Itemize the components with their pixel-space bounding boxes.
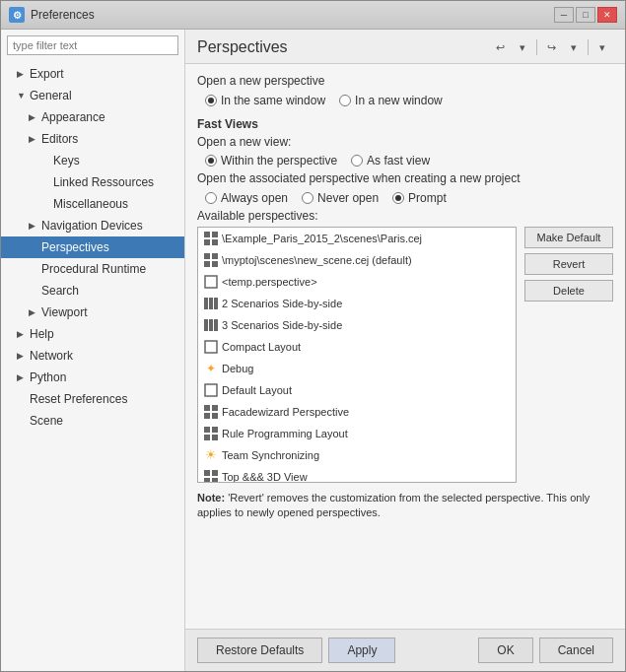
restore-defaults-button[interactable]: Restore Defaults <box>197 638 322 663</box>
back-dropdown-button[interactable]: ▾ <box>512 37 533 57</box>
perspectives-area: \Example_Paris_2015_2\scenes\Paris.cej \… <box>197 227 613 483</box>
filter-input[interactable] <box>7 35 178 55</box>
expand-icon: ▶ <box>17 369 27 386</box>
list-item[interactable]: 2 Scenarios Side-by-side <box>198 293 516 314</box>
list-item[interactable]: Default Layout <box>198 379 516 401</box>
svg-rect-10 <box>209 298 213 309</box>
same-window-option[interactable]: In the same window <box>205 94 325 107</box>
never-open-radio[interactable] <box>302 192 313 204</box>
ok-button[interactable]: OK <box>478 638 532 663</box>
sidebar-item-viewport[interactable]: ▶ Viewport <box>1 302 184 323</box>
sidebar-item-network[interactable]: ▶ Network <box>1 345 184 367</box>
list-item[interactable]: 3 Scenarios Side-by-side <box>198 314 516 336</box>
menu-button[interactable]: ▾ <box>591 37 613 57</box>
cancel-button[interactable]: Cancel <box>539 638 613 663</box>
expand-icon: ▶ <box>29 108 38 126</box>
title-bar-left: ⚙ Preferences <box>9 7 95 23</box>
never-open-option[interactable]: Never open <box>302 191 379 205</box>
sidebar-label-navigation-devices: Navigation Devices <box>41 217 143 235</box>
sidebar-item-linked-resources[interactable]: Linked Ressources <box>1 171 184 193</box>
sidebar-label-linked-resources: Linked Ressources <box>53 173 154 191</box>
sidebar-item-miscellaneous[interactable]: Miscellaneous <box>1 193 184 215</box>
perspective-name: 2 Scenarios Side-by-side <box>222 295 342 312</box>
perspective-name: Compact Layout <box>222 338 301 356</box>
close-button[interactable]: ✕ <box>597 7 617 23</box>
as-fast-view-option[interactable]: As fast view <box>351 154 430 168</box>
sidebar-item-reset-preferences[interactable]: Reset Preferences <box>1 388 184 410</box>
perspective-name: Default Layout <box>222 381 292 399</box>
expand-icon: ▶ <box>29 130 38 148</box>
always-open-radio[interactable] <box>205 192 217 204</box>
bottom-bar: Restore Defaults Apply OK Cancel <box>185 629 625 671</box>
sidebar-item-help[interactable]: ▶ Help <box>1 323 184 345</box>
list-item[interactable]: \Example_Paris_2015_2\scenes\Paris.cej <box>198 228 516 249</box>
forward-dropdown-button[interactable]: ▾ <box>563 37 585 57</box>
perspective-icon <box>204 297 218 310</box>
list-item[interactable]: Top &&& 3D View <box>198 466 516 483</box>
sidebar-label-perspectives: Perspectives <box>41 238 109 256</box>
delete-button[interactable]: Delete <box>524 280 613 302</box>
sidebar-item-appearance[interactable]: ▶ Appearance <box>1 106 184 128</box>
sidebar-item-procedural-runtime[interactable]: Procedural Runtime <box>1 258 184 280</box>
perspective-icon <box>204 275 218 289</box>
list-item[interactable]: Compact Layout <box>198 336 516 358</box>
svg-rect-20 <box>212 413 218 419</box>
sidebar-item-export[interactable]: ▶ Export <box>1 63 184 85</box>
available-perspectives-label: Available perspectives: <box>197 209 613 223</box>
always-open-option[interactable]: Always open <box>205 191 288 205</box>
list-item[interactable]: <temp.perspective> <box>198 271 516 293</box>
back-button[interactable]: ↩ <box>489 37 511 57</box>
svg-rect-23 <box>204 435 210 440</box>
same-window-radio[interactable] <box>205 95 217 106</box>
prompt-option[interactable]: Prompt <box>392 191 447 205</box>
main-header: Perspectives ↩ ▾ ↪ ▾ ▾ <box>185 30 625 64</box>
perspective-icon <box>204 427 218 440</box>
perspectives-list[interactable]: \Example_Paris_2015_2\scenes\Paris.cej \… <box>197 227 517 483</box>
new-window-option[interactable]: In a new window <box>339 94 443 107</box>
window-title: Preferences <box>31 8 95 22</box>
sidebar-item-keys[interactable]: Keys <box>1 150 184 171</box>
minimize-button[interactable]: ─ <box>554 7 574 23</box>
list-item[interactable]: ☀ Team Synchronizing <box>198 444 516 466</box>
sidebar-item-search[interactable]: Search <box>1 280 184 302</box>
perspective-name: Team Synchronizing <box>222 446 319 464</box>
revert-button[interactable]: Revert <box>524 253 613 275</box>
sidebar-item-scene[interactable]: Scene <box>1 410 184 432</box>
toolbar-separator <box>536 39 537 55</box>
expand-icon: ▶ <box>17 65 27 83</box>
within-perspective-label: Within the perspective <box>221 154 337 168</box>
apply-button[interactable]: Apply <box>328 638 395 663</box>
fast-views-section: Fast Views Open a new view: Within the p… <box>197 117 613 168</box>
expand-icon: ▶ <box>17 347 27 365</box>
list-item[interactable]: Rule Programming Layout <box>198 423 516 444</box>
sidebar-label-search: Search <box>41 282 79 300</box>
sidebar-item-general[interactable]: ▼ General <box>1 85 184 106</box>
make-default-button[interactable]: Make Default <box>524 227 613 248</box>
maximize-button[interactable]: □ <box>576 7 595 23</box>
project-options-radio-group: Always open Never open Prompt <box>197 191 613 205</box>
svg-rect-28 <box>212 478 218 483</box>
gear-icon: ✦ <box>204 362 218 375</box>
perspective-icon <box>204 340 218 354</box>
list-item[interactable]: \myptoj\scenes\new_scene.cej (default) <box>198 249 516 271</box>
svg-rect-14 <box>214 319 218 331</box>
forward-button[interactable]: ↪ <box>540 37 562 57</box>
sidebar-item-editors[interactable]: ▶ Editors <box>1 128 184 150</box>
list-item[interactable]: Facadewizard Perspective <box>198 401 516 423</box>
sidebar-item-navigation-devices[interactable]: ▶ Navigation Devices <box>1 215 184 236</box>
sidebar-item-perspectives[interactable]: Perspectives <box>1 236 184 258</box>
sidebar-item-python[interactable]: ▶ Python <box>1 367 184 388</box>
as-fast-view-radio[interactable] <box>351 155 363 167</box>
svg-rect-5 <box>212 253 218 259</box>
within-perspective-option[interactable]: Within the perspective <box>205 154 337 168</box>
list-item[interactable]: ✦ Debug <box>198 358 516 379</box>
main-panel: Perspectives ↩ ▾ ↪ ▾ ▾ Open a new perspe… <box>185 30 625 671</box>
note-text: Note: 'Revert' removes the customization… <box>197 491 613 521</box>
fast-views-title: Fast Views <box>197 117 613 131</box>
new-window-radio[interactable] <box>339 95 351 106</box>
perspective-name: Rule Programming Layout <box>222 425 348 442</box>
within-perspective-radio[interactable] <box>205 155 217 167</box>
prompt-radio[interactable] <box>392 192 404 204</box>
svg-rect-25 <box>204 470 210 476</box>
svg-rect-13 <box>209 319 213 331</box>
